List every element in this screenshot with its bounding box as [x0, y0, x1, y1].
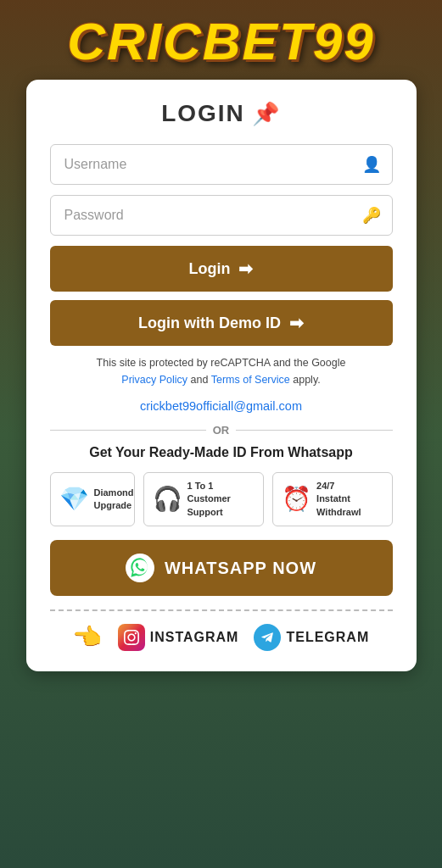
logo-area: CRICBET99	[0, 0, 442, 80]
whatsapp-icon	[126, 554, 154, 582]
demo-login-button[interactable]: Login with Demo ID ➡	[50, 300, 393, 346]
pin-icon: 📌	[252, 101, 281, 127]
feature-diamond: 💎 Diamond Upgrade	[50, 472, 135, 526]
captcha-notice: This site is protected by reCAPTCHA and …	[50, 354, 393, 388]
username-input[interactable]	[50, 144, 393, 185]
pointing-hand-icon: 👉	[73, 623, 103, 651]
card-title: LOGIN 📌	[50, 100, 393, 127]
social-row: 👉 INSTAGRAM TELEGRAM	[50, 623, 393, 654]
instagram-item[interactable]: INSTAGRAM	[118, 624, 239, 651]
telegram-label: TELEGRAM	[286, 630, 369, 645]
login-title-text: LOGIN	[161, 100, 245, 127]
feature-withdrawal: ⏰ 24/7 Instatnt Withdrawl	[272, 472, 392, 526]
whatsapp-button-label: WHATSAPP NOW	[165, 559, 316, 578]
login-card: LOGIN 📌 👤 🔑 Login ➡ Login with Demo ID ➡…	[26, 80, 417, 671]
login-button-label: Login	[189, 260, 231, 278]
password-input-group: 🔑	[50, 195, 393, 236]
app-logo: CRICBET99	[67, 12, 375, 70]
instagram-icon	[118, 624, 145, 651]
feature-support-text: 1 To 1 Customer Support	[187, 480, 255, 519]
and-text: and	[191, 374, 209, 386]
svg-point-0	[126, 554, 154, 582]
feature-support: 🎧 1 To 1 Customer Support	[143, 472, 265, 526]
terms-link[interactable]: Terms of Service	[211, 374, 290, 386]
or-text: OR	[213, 424, 230, 437]
divider-line-right	[236, 430, 392, 431]
demo-arrow-icon: ➡	[289, 313, 304, 333]
support-icon: 🎧	[153, 487, 182, 511]
apply-text: apply.	[293, 374, 320, 386]
user-icon: 👤	[362, 155, 381, 174]
diamond-icon: 💎	[59, 487, 89, 511]
instagram-label: INSTAGRAM	[150, 630, 239, 645]
captcha-text: This site is protected by reCAPTCHA and …	[97, 357, 346, 369]
telegram-icon	[254, 624, 281, 651]
username-input-group: 👤	[50, 144, 393, 185]
login-arrow-icon: ➡	[238, 259, 253, 279]
privacy-policy-link[interactable]: Privacy Policy	[121, 374, 187, 386]
password-input[interactable]	[50, 195, 393, 236]
or-divider: OR	[50, 424, 393, 437]
email-section: crickbet99officiall@gmail.com	[50, 398, 393, 414]
telegram-item[interactable]: TELEGRAM	[254, 624, 369, 651]
whatsapp-headline: Get Your Ready-Made ID From Whatsapp	[50, 445, 393, 460]
demo-button-label: Login with Demo ID	[138, 314, 281, 332]
features-row: 💎 Diamond Upgrade 🎧 1 To 1 Customer Supp…	[50, 472, 393, 526]
clock-icon: ⏰	[282, 487, 311, 511]
login-button[interactable]: Login ➡	[50, 246, 393, 292]
key-icon: 🔑	[362, 206, 381, 225]
divider-line-left	[50, 430, 206, 431]
dashed-divider	[50, 609, 393, 611]
feature-withdrawal-text: 24/7 Instatnt Withdrawl	[316, 480, 383, 519]
whatsapp-button[interactable]: WHATSAPP NOW	[50, 540, 393, 596]
feature-diamond-text: Diamond Upgrade	[94, 487, 134, 513]
email-link[interactable]: crickbet99officiall@gmail.com	[140, 399, 302, 413]
